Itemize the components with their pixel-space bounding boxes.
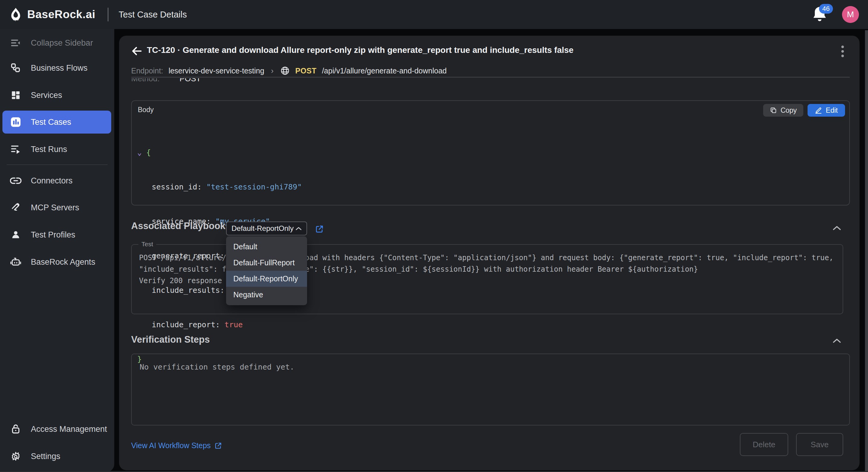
body-card-label: Body [138, 106, 154, 114]
bell-icon [812, 19, 828, 24]
playbook-selected-value: Default-ReportOnly [231, 224, 293, 233]
breadcrumb: Endpoint: leservice-dev-service-testing … [131, 65, 447, 77]
screen: </> BaseRock.ai Test Case Details 46 M C… [0, 0, 868, 472]
sidebar-item-label: Access Management [31, 424, 107, 434]
playbook-option-negative[interactable]: Negative [226, 287, 307, 303]
collapse-node-icon[interactable]: ⌄ [137, 147, 146, 158]
chevron-up-icon [832, 337, 842, 344]
breadcrumb-method-badge: POST [295, 66, 316, 75]
test-runs-icon [10, 143, 22, 155]
sidebar-item-label: Test Cases [31, 118, 71, 127]
baserock-agents-icon [10, 256, 22, 268]
sidebar-item-business-flows[interactable]: Business Flows [2, 59, 111, 77]
code-line: ⌄{ [137, 147, 302, 158]
sidebar-divider [7, 164, 107, 165]
body-card-actions: Copy Edit [763, 104, 845, 117]
breadcrumb-endpoint[interactable]: leservice-dev-service-testing [168, 66, 265, 75]
header-right: 46 M [812, 0, 859, 29]
associated-playbook-heading: Associated Playbook [131, 221, 225, 231]
sidebar: Collapse Sidebar Business Flows Services… [0, 29, 114, 472]
globe-icon [280, 66, 290, 75]
method-row-clipped: Method: POST [131, 78, 373, 88]
brand-name: BaseRock.ai [27, 8, 95, 21]
header-divider [107, 7, 108, 22]
sidebar-item-connectors[interactable]: Connectors [2, 171, 111, 190]
collapse-sidebar-icon [10, 37, 22, 49]
sidebar-item-baserock-agents[interactable]: BaseRock Agents [2, 253, 111, 271]
sidebar-item-test-runs[interactable]: Test Runs [2, 140, 111, 158]
services-icon [10, 89, 22, 101]
back-button[interactable] [130, 44, 144, 58]
sidebar-item-label: Connectors [31, 176, 72, 186]
business-flows-icon [10, 62, 22, 74]
test-case-title: TC-120 · Generate and download Allure re… [147, 45, 818, 55]
connectors-icon [10, 175, 22, 187]
page-scrollbar[interactable] [865, 30, 868, 472]
view-ai-workflow-steps-link[interactable]: View AI Workflow Steps [131, 441, 222, 450]
copy-button[interactable]: Copy [763, 104, 804, 117]
sidebar-item-access-management[interactable]: Access Management [2, 420, 111, 438]
code-line: session_id: "test-session-ghi789" [137, 181, 302, 193]
verification-steps-box[interactable]: No verification steps defined yet. [131, 353, 850, 426]
sidebar-item-services[interactable]: Services [2, 86, 111, 104]
notification-badge: 46 [819, 4, 833, 13]
breadcrumb-path: /api/v1/allure/generate-and-download [322, 66, 447, 75]
app-header: </> BaseRock.ai Test Case Details 46 M [0, 0, 868, 29]
playbook-option-default-fullreport[interactable]: Default-FullReport [226, 255, 307, 271]
delete-button[interactable]: Delete [740, 433, 788, 456]
mcp-servers-icon [10, 201, 22, 214]
sidebar-item-label: Business Flows [31, 63, 88, 73]
header-content-divider [131, 77, 850, 78]
external-link-icon [214, 442, 222, 450]
playbook-dropdown-menu: Default Default-FullReport Default-Repor… [226, 236, 307, 305]
pencil-icon [815, 107, 822, 114]
notifications-button[interactable]: 46 [812, 4, 829, 25]
sidebar-item-settings[interactable]: Settings [2, 447, 111, 465]
avatar-initial: M [847, 10, 854, 19]
breadcrumb-label: Endpoint: [131, 66, 163, 75]
method-value: POST [180, 78, 201, 84]
gear-icon [10, 450, 22, 462]
sidebar-item-label: BaseRock Agents [31, 257, 95, 267]
playbook-option-default-reportonly[interactable]: Default-ReportOnly [226, 271, 307, 287]
brand: </> BaseRock.ai [8, 7, 95, 22]
external-link-icon [315, 224, 324, 233]
sidebar-item-test-cases[interactable]: Test Cases [2, 111, 111, 133]
user-avatar[interactable]: M [842, 6, 859, 23]
sidebar-item-label: Test Profiles [31, 230, 75, 240]
sidebar-collapse-label: Collapse Sidebar [31, 38, 93, 48]
back-arrow-icon [130, 44, 144, 58]
sidebar-item-label: Settings [31, 452, 60, 461]
playbook-option-default[interactable]: Default [226, 239, 307, 255]
sidebar-item-label: Test Runs [31, 145, 67, 154]
test-case-panel: TC-120 · Generate and download Allure re… [119, 36, 860, 470]
baserock-logo-icon: </> [8, 7, 23, 22]
collapse-verification-section-button[interactable] [832, 337, 843, 344]
verification-empty-text: No verification steps defined yet. [140, 363, 294, 371]
edit-button[interactable]: Edit [808, 104, 845, 117]
request-body-card: Body Copy Edit ⌄{ session_id: "test-sess… [131, 100, 850, 206]
sidebar-item-label: Services [31, 91, 62, 100]
page-title: Test Case Details [119, 10, 187, 20]
save-button[interactable]: Save [796, 433, 843, 456]
test-field-label: Test [138, 241, 156, 248]
open-playbook-external-link[interactable] [315, 224, 324, 233]
test-cases-icon [10, 116, 22, 128]
collapse-playbook-section-button[interactable] [832, 224, 843, 232]
code-line: include_report: true [137, 319, 302, 331]
sidebar-item-test-profiles[interactable]: Test Profiles [2, 226, 111, 244]
playbook-select[interactable]: Default-ReportOnly [226, 221, 307, 235]
verification-steps-heading: Verification Steps [131, 334, 210, 345]
breadcrumb-separator-icon: › [270, 66, 275, 75]
sidebar-collapse-button[interactable]: Collapse Sidebar [2, 34, 111, 52]
kebab-icon [841, 45, 844, 58]
lock-icon [10, 423, 22, 435]
chevron-up-icon [295, 226, 302, 231]
chevron-up-icon [832, 224, 842, 231]
more-options-button[interactable] [837, 43, 849, 59]
test-profiles-icon [10, 229, 22, 241]
svg-text:</>: </> [13, 18, 19, 22]
sidebar-item-label: MCP Servers [31, 203, 79, 213]
sidebar-item-mcp-servers[interactable]: MCP Servers [2, 198, 111, 217]
copy-icon [770, 107, 777, 114]
